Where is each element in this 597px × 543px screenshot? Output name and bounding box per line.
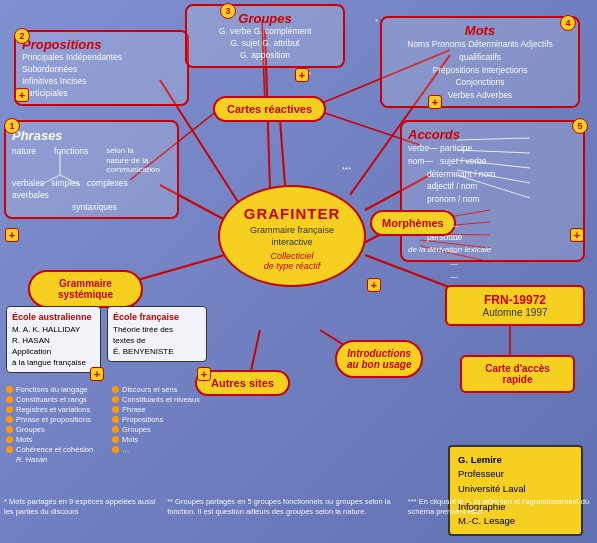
grammaire-systemique-oval[interactable]: Grammaire systémique [28,270,143,308]
plus-mots-button[interactable]: + [428,95,442,109]
mots-num: 4 [560,15,576,31]
groupes-num: 3 [220,3,236,19]
stars-center: *** [342,165,351,174]
footnote1: * Mots partagés en 9 espèces appelées au… [4,497,159,517]
phrases-title: Phrases [12,128,171,143]
footnote3: *** En cliquant le +, la sélection et l'… [408,497,594,517]
phrases-content: naturefonctionsselon lanature de lacommu… [12,146,171,213]
ecole-francaise-title: École française [113,311,201,324]
grammaire-label2: systémique [58,289,113,300]
groupes-content: G. verbe G. complément G. sujet G. attri… [193,26,337,62]
frn-sub: Automne 1997 [452,307,578,318]
autres-sites-label: Autres sites [211,377,274,389]
svg-line-0 [280,120,285,185]
mots-title: Mots [388,23,572,38]
ecole-australienne-box: École australienne M. A. K. HALLIDAY R. … [6,306,101,373]
propositions-box: Propositions Principales Indépendantes S… [14,30,189,106]
plus-accords-button[interactable]: + [570,228,584,242]
plus-ecole-fr-button[interactable]: + [197,367,211,381]
star-mots: * [375,17,378,26]
plus-morphemes-button[interactable]: + [367,278,381,292]
accords-box: Accords verbe— participe nom— sujet / ve… [400,120,585,262]
propositions-num: 2 [14,28,30,44]
frn-box[interactable]: FRN-19972 Automne 1997 [445,285,585,326]
ecole-australienne-title: École australienne [12,311,95,324]
ecole-francaise-box: École française Théorie tirée des textes… [107,306,207,362]
morphemes-oval[interactable]: Morphèmes [370,210,456,236]
center-box[interactable]: GRAFINTER Grammaire française interactiv… [218,185,366,287]
frn-title: FRN-19972 [452,293,578,307]
lemire-box: G. Lemire Professeur Université Laval In… [448,445,583,536]
grammaire-label1: Grammaire [59,278,112,289]
cartes-label: Cartes réactives [227,103,312,115]
plus-ecole-aus-button[interactable]: + [90,367,104,381]
lemire-univ: Université Laval [458,482,573,496]
main-container: Propositions Principales Indépendantes S… [0,0,597,543]
center-sub3: Collecticiel de type réactif [228,251,356,271]
plus-propositions-button[interactable]: + [15,88,29,102]
plus-phrases-button[interactable]: + [5,228,19,242]
accords-title: Accords [408,127,577,142]
carte-acces-label: Carte d'accèsrapide [485,363,550,385]
bullets-left: Fonctions du langage Constituants et ran… [6,385,106,465]
center-title: GRAFINTER [228,205,356,222]
center-sub1: Grammaire française interactive [228,225,356,248]
morphemes-label: Morphèmes [382,217,444,229]
phrases-box: Phrases naturefonctionsselon lanature de… [4,120,179,219]
introductions-oval[interactable]: Introductions au bon usage [335,340,423,378]
footnote2: ** Groupes partagés en 5 groupes fonctio… [167,497,400,517]
mots-box: Mots Noms Pronoms Déterminants Adjectifs… [380,16,580,108]
cartes-reactives-oval[interactable]: Cartes réactives [213,96,326,122]
plus-groupes-button[interactable]: + [295,68,309,82]
propositions-title: Propositions [22,37,181,52]
propositions-content: Principales Indépendantes Subordonnées I… [22,52,181,100]
groupes-box: Groupes G. verbe G. complément G. sujet … [185,4,345,68]
svg-line-10 [250,330,260,375]
accords-content: verbe— participe nom— sujet / verbe déte… [408,142,577,256]
lemire-title: Professeur [458,467,573,481]
carte-acces-box[interactable]: Carte d'accèsrapide [460,355,575,393]
introductions-line2: au bon usage [347,359,411,370]
lemire-name: G. Lemire [458,453,573,467]
mots-content: Noms Pronoms Déterminants Adjectifs qual… [388,38,572,102]
phrases-num: 1 [4,118,20,134]
footnotes: * Mots partagés en 9 espèces appelées au… [4,497,594,517]
introductions-line1: Introductions [347,348,411,359]
accords-num: 5 [572,118,588,134]
bullets-right: Discours et sens Constituants et niveaux… [112,385,212,455]
morphemes-content: — — — — — [450,220,458,284]
groupes-title: Groupes [193,11,337,26]
